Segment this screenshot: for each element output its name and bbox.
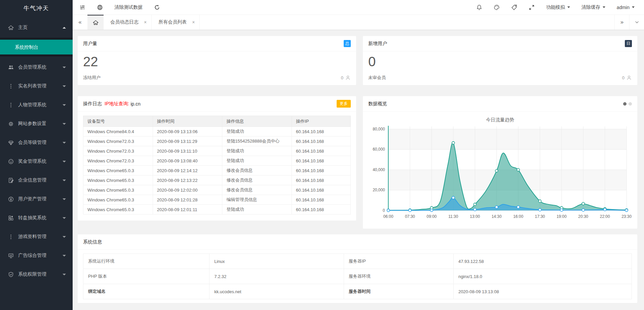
sidebar-item-members[interactable]: 会员管理系统 xyxy=(0,59,73,75)
ip-query-link[interactable]: ip.cn xyxy=(130,101,141,107)
table-row: Windows Chrome72.0.32020-08-09 13:11:29登… xyxy=(83,137,351,146)
tag-icon[interactable] xyxy=(511,4,517,10)
sidebar-item-realname[interactable]: 实名列表管理 xyxy=(0,78,73,94)
sidebar-item-label: 企业信息管理 xyxy=(18,177,46,183)
fullscreen-icon[interactable] xyxy=(529,4,535,10)
function-sim-menu[interactable]: 功能模拟 xyxy=(546,4,570,10)
tabs-menu-button[interactable] xyxy=(629,15,644,30)
carousel-dot-active[interactable] xyxy=(623,102,627,106)
svg-text:13:00: 13:00 xyxy=(470,214,480,219)
cell-time: 2020-08-09 12:13:22 xyxy=(153,176,222,185)
sidebar-item-label: 系统权限管理 xyxy=(18,271,46,277)
sidebar-item-permissions[interactable]: 系统权限管理 xyxy=(0,266,73,282)
close-icon[interactable]: × xyxy=(192,20,195,25)
tab-home[interactable] xyxy=(87,15,104,30)
column-header: 设备型号 xyxy=(83,116,153,127)
function-sim-label: 功能模拟 xyxy=(546,4,565,10)
traffic-chart: 020,00040,00060,00080,00006:0007:3009:00… xyxy=(363,124,637,223)
sidebar-item-home[interactable]: 主页 xyxy=(0,20,73,36)
clear-test-data-button[interactable]: 清除测试数据 xyxy=(114,4,143,10)
more-button[interactable]: 更多 xyxy=(337,100,351,108)
tab-member-list[interactable]: 所有会员列表× xyxy=(152,15,200,30)
tab-label: 会员动态日志 xyxy=(110,19,139,25)
cell-info: 登陆15542528888会员中心 xyxy=(222,137,292,146)
main-area: 清除测试数据 功能模拟 清除缓存 admin « 会员动态日志× 所有会员列表×… xyxy=(73,0,644,310)
cell-device: Windows Chrome65.0.3 xyxy=(83,176,153,185)
operation-log-table: 设备型号 操作时间 操作信息 操作IP Windows Chrome84.0.4… xyxy=(83,116,351,215)
system-info-card: 系统信息 系统运行环境 Linux 服务器IP 47.93.122.58 xyxy=(78,234,637,303)
sidebar-item-lottery[interactable]: 转盘抽奖系统 xyxy=(0,210,73,226)
cell-device: Windows Chrome65.0.3 xyxy=(83,185,153,195)
user-menu[interactable]: admin xyxy=(617,5,635,10)
username: admin xyxy=(617,5,630,10)
cell-info: 登陆成功 xyxy=(222,127,292,137)
close-icon[interactable]: × xyxy=(144,20,147,25)
sys-label: 服务器IP xyxy=(344,254,453,269)
table-row: 系统运行环境 Linux 服务器IP 47.93.122.58 xyxy=(83,254,632,269)
svg-text:19:00: 19:00 xyxy=(557,214,567,219)
tabs-scroll-right-button[interactable]: » xyxy=(614,15,629,30)
caret-down-icon xyxy=(63,217,66,219)
total-badge[interactable]: 总 xyxy=(344,40,351,47)
caret-down-icon xyxy=(603,6,605,8)
sidebar-item-enterprise[interactable]: 企业信息管理 xyxy=(0,172,73,188)
svg-text:60,000: 60,000 xyxy=(373,147,385,152)
svg-text:09:00: 09:00 xyxy=(427,214,437,219)
caret-down-icon xyxy=(63,85,66,87)
frozen-users-value: 0 xyxy=(341,75,343,80)
sidebar-item-label: 用户资产管理 xyxy=(18,196,46,202)
sidebar-item-console[interactable]: 系统控制台 xyxy=(0,40,73,54)
cell-info: 登陆成功 xyxy=(222,205,292,215)
svg-text:14:30: 14:30 xyxy=(492,214,502,219)
table-row: PHP 版本 7.2.32 服务器环境 nginx/1.18.0 xyxy=(83,269,632,284)
cell-device: Windows Chrome72.0.3 xyxy=(83,156,153,166)
users-icon xyxy=(8,65,14,70)
cell-ip: 60.164.10.168 xyxy=(292,176,351,185)
table-row: Windows Chrome65.0.32020-08-09 12:01:11登… xyxy=(83,205,351,215)
daily-badge[interactable]: 日 xyxy=(625,40,632,47)
sidebar-item-member-levels[interactable]: 会员等级管理 xyxy=(0,134,73,151)
sidebar-item-bonus[interactable]: 奖金管理系统 xyxy=(0,153,73,169)
sidebar-item-game-data[interactable]: 游戏资料管理 xyxy=(0,229,73,245)
card-title: 用户量 xyxy=(83,41,97,47)
svg-text:23:30: 23:30 xyxy=(621,214,632,219)
sys-label: PHP 版本 xyxy=(83,269,210,284)
table-row: Windows Chrome65.0.32020-08-09 12:02:00修… xyxy=(83,185,351,195)
bell-icon[interactable] xyxy=(476,4,482,10)
card-title: 新增用户 xyxy=(368,41,387,47)
sys-value: 7.2.32 xyxy=(210,269,344,284)
cell-ip: 60.164.10.168 xyxy=(292,127,351,137)
carousel-dot[interactable] xyxy=(629,102,632,106)
tabs-scroll-left-button[interactable]: « xyxy=(73,15,87,30)
sidebar-toggle-icon[interactable] xyxy=(79,4,85,10)
column-header: 操作时间 xyxy=(153,116,222,127)
cell-device: Windows Chrome84.0.4 xyxy=(83,127,153,137)
cell-info: 编辑管理员信息 xyxy=(222,195,292,205)
operation-log-card: 操作日志 IP地址查询: ip.cn 更多 设备型号 操作时间 xyxy=(78,96,356,221)
svg-text:11:30: 11:30 xyxy=(448,214,458,219)
table-row: Windows Chrome65.0.32020-08-09 12:14:12修… xyxy=(83,166,351,176)
user-icon xyxy=(345,75,351,81)
sidebar-item-persons[interactable]: 人物管理系统 xyxy=(0,97,73,113)
sidebar-item-assets[interactable]: 用户资产管理 xyxy=(0,191,73,207)
caret-up-icon xyxy=(63,27,66,29)
sys-value: 47.93.122.58 xyxy=(453,254,632,269)
sys-label: 系统运行环境 xyxy=(83,254,210,269)
table-row: Windows Chrome72.0.32020-08-09 13:08:40登… xyxy=(83,156,351,166)
cell-info: 登陆成功 xyxy=(222,146,292,156)
doc-edit-icon xyxy=(8,178,14,183)
globe-icon[interactable] xyxy=(97,4,103,10)
sidebar-item-ads[interactable]: 广告综合管理 xyxy=(0,247,73,264)
chart-title: 今日流量趋势 xyxy=(363,117,637,123)
smiley-icon xyxy=(8,159,14,164)
data-overview-card: 数据概览 今日流量趋势 020,00040,00060,00080,00006:… xyxy=(363,96,637,229)
theme-palette-icon[interactable] xyxy=(494,4,500,10)
refresh-icon[interactable] xyxy=(154,4,160,10)
sys-value: Linux xyxy=(210,254,344,269)
caret-down-icon xyxy=(63,236,66,238)
clear-cache-menu[interactable]: 清除缓存 xyxy=(581,4,605,10)
sidebar-item-site-params[interactable]: 网站参数设置 xyxy=(0,116,73,132)
tab-member-log[interactable]: 会员动态日志× xyxy=(104,15,152,30)
cell-ip: 60.164.10.168 xyxy=(292,185,351,195)
cell-info: 修改会员信息 xyxy=(222,176,292,185)
